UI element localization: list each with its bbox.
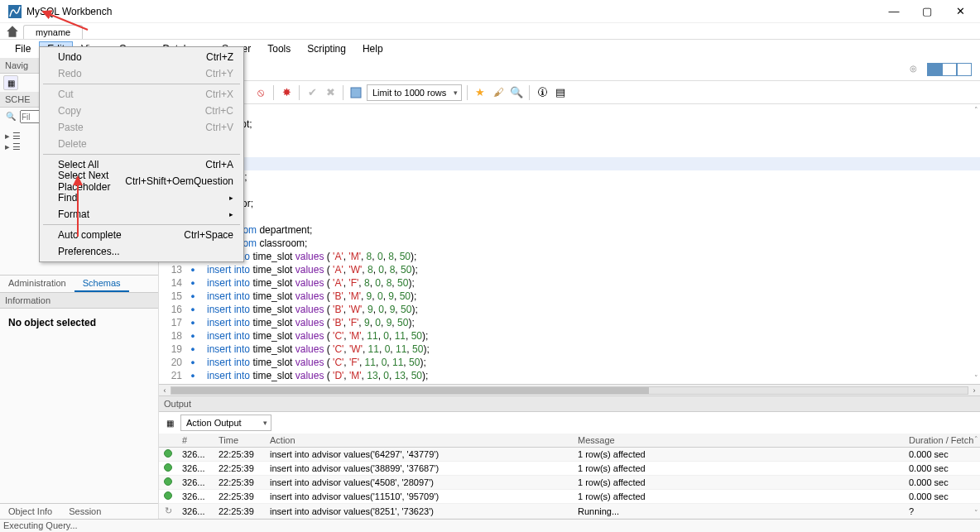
menu-item-preferences-[interactable]: Preferences... — [41, 243, 242, 260]
output-row[interactable]: 326...22:25:39insert into advisor values… — [159, 490, 980, 504]
autocommit-icon[interactable] — [348, 85, 363, 100]
sql-line[interactable]: 11● delete from classroom; — [159, 237, 980, 250]
sql-line[interactable]: m course; — [159, 210, 980, 223]
sql-line[interactable]: 17● insert into time_slot values ( 'B', … — [159, 316, 980, 329]
layout-2[interactable] — [942, 63, 957, 76]
menu-item-copy: CopyCtrl+C — [41, 103, 242, 119]
edit-menu-dropdown: UndoCtrl+ZRedoCtrl+YCutCtrl+XCopyCtrl+CP… — [39, 46, 244, 262]
menu-item-format[interactable]: Format▸ — [41, 206, 242, 223]
sql-line[interactable]: 15● insert into time_slot values ( 'B', … — [159, 290, 980, 303]
rollback-icon[interactable]: ✖ — [323, 85, 338, 100]
sql-line[interactable]: 19● insert into time_slot values ( 'C', … — [159, 343, 980, 356]
output-row[interactable]: 326...22:25:39insert into advisor values… — [159, 476, 980, 490]
output-row[interactable]: ↻326...22:25:39insert into advisor value… — [159, 504, 980, 519]
sql-line[interactable]: 21● insert into time_slot values ( 'D', … — [159, 369, 980, 382]
connection-tab[interactable]: myname — [23, 25, 83, 39]
sql-line[interactable]: m section; — [159, 184, 980, 197]
menu-item-redo: RedoCtrl+Y — [41, 65, 242, 82]
output-row[interactable]: 326...22:25:39insert into advisor values… — [159, 448, 980, 462]
status-bar: Executing Query... — [0, 519, 980, 532]
menu-scripting[interactable]: Scripting — [299, 41, 354, 56]
menu-help[interactable]: Help — [354, 41, 392, 56]
information-header: Information — [0, 293, 158, 309]
output-header: Output — [159, 395, 980, 412]
layout-switch: ◎ — [907, 63, 977, 76]
toggle-icon[interactable]: ▤ — [553, 85, 568, 100]
status-ok-icon — [164, 477, 172, 486]
app-icon — [8, 5, 22, 18]
menu-item-delete: Delete — [41, 136, 242, 152]
output-table: # Time Action Message Duration / Fetch 3… — [159, 434, 980, 519]
sql-line[interactable]: m teaches; — [159, 170, 980, 184]
col-message[interactable]: Message — [573, 434, 904, 448]
status-ok-icon — [164, 463, 172, 472]
status-ok-icon — [164, 449, 172, 458]
connection-tabbar: myname — [0, 23, 980, 40]
commit-icon[interactable]: ✔ — [305, 85, 319, 100]
menu-item-paste: PasteCtrl+V — [41, 119, 242, 136]
toolbar-icon[interactable]: ▦ — [3, 75, 18, 90]
menu-item-undo[interactable]: UndoCtrl+Z — [41, 49, 242, 65]
svg-rect-1 — [351, 88, 361, 98]
minimize-button[interactable]: — — [877, 0, 910, 23]
row-limit-select[interactable]: Limit to 1000 rows — [367, 84, 462, 101]
app-title: MySQL Workbench — [26, 6, 112, 17]
sql-line[interactable]: 20● insert into time_slot values ( 'C', … — [159, 356, 980, 369]
scroll-up-icon[interactable]: ˄ — [974, 106, 978, 114]
sql-line[interactable]: m time_slot; — [159, 117, 980, 131]
sql-line[interactable]: 13● insert into time_slot values ( 'A', … — [159, 263, 980, 276]
scroll-up-icon[interactable]: ˄ — [974, 435, 978, 443]
tab-object-info[interactable]: Object Info — [0, 504, 60, 519]
sql-line[interactable]: 16● insert into time_slot values ( 'B', … — [159, 303, 980, 316]
sql-line[interactable]: m student; — [159, 157, 980, 170]
snippet-icon[interactable]: 🛈 — [535, 85, 550, 100]
update-icon[interactable]: ◎ — [907, 63, 919, 74]
sql-line[interactable]: 12● insert into time_slot values ( 'A', … — [159, 250, 980, 263]
search-icon[interactable]: 🔍 — [5, 110, 17, 122]
sql-line[interactable]: m prereq; — [159, 104, 980, 117]
tab-administration[interactable]: Administration — [0, 276, 74, 292]
menu-item-find[interactable]: Find▸ — [41, 189, 242, 206]
tab-schemas[interactable]: Schemas — [74, 276, 129, 292]
layout-3[interactable] — [957, 63, 972, 76]
no-object-label: No object selected — [8, 317, 96, 328]
title-bar: MySQL Workbench — ▢ ✕ — [0, 0, 980, 23]
status-running-icon: ↻ — [164, 506, 172, 516]
home-icon[interactable] — [5, 24, 20, 39]
menu-item-auto-complete[interactable]: Auto completeCtrl+Space — [41, 227, 242, 243]
col-time[interactable]: Time — [214, 434, 265, 448]
sql-line[interactable]: 14● insert into time_slot values ( 'A', … — [159, 276, 980, 290]
col-action[interactable]: Action — [265, 434, 573, 448]
horizontal-scrollbar[interactable]: ‹ › — [159, 384, 980, 395]
star-icon[interactable]: ★ — [473, 85, 488, 100]
sql-line[interactable]: m takes; — [159, 144, 980, 157]
close-button[interactable]: ✕ — [944, 0, 977, 23]
sql-line[interactable]: m advisor; — [159, 131, 980, 144]
maximize-button[interactable]: ▢ — [910, 0, 944, 23]
menu-tools[interactable]: Tools — [259, 41, 299, 56]
sql-line[interactable]: 18● insert into time_slot values ( 'C', … — [159, 329, 980, 343]
layout-1[interactable] — [927, 63, 942, 76]
stop-icon[interactable]: ⦸ — [253, 85, 268, 100]
scroll-down-icon[interactable]: ˅ — [974, 509, 978, 517]
sql-line[interactable]: 10● delete from department; — [159, 223, 980, 237]
status-ok-icon — [164, 491, 172, 500]
output-row[interactable]: 326...22:25:39insert into advisor values… — [159, 462, 980, 476]
sql-line[interactable]: m instructor; — [159, 197, 980, 210]
tab-session[interactable]: Session — [60, 504, 109, 519]
beautify-icon[interactable]: 🖌 — [491, 85, 506, 100]
search-icon[interactable]: 🔍 — [509, 85, 524, 100]
menu-item-cut: CutCtrl+X — [41, 86, 242, 103]
information-body: No object selected — [0, 309, 158, 503]
query-toolbar: ⦸ ✸ ✔ ✖ Limit to 1000 rows ★ 🖌 🔍 🛈 ▤ — [159, 81, 980, 104]
col-num[interactable]: # — [177, 434, 214, 448]
output-clear-icon[interactable]: ▦ — [164, 417, 175, 429]
scroll-down-icon[interactable]: ˅ — [974, 374, 978, 382]
sql-editor[interactable]: m prereq;m time_slot;m advisor;m takes;m… — [159, 104, 980, 384]
menu-file[interactable]: File — [7, 41, 39, 56]
explain-icon[interactable]: ✸ — [279, 85, 294, 100]
output-type-select[interactable]: Action Output — [180, 415, 271, 431]
col-duration[interactable]: Duration / Fetch — [904, 434, 980, 448]
menu-item-select-next-placeholder[interactable]: Select Next PlaceholderCtrl+Shift+OemQue… — [41, 173, 242, 189]
